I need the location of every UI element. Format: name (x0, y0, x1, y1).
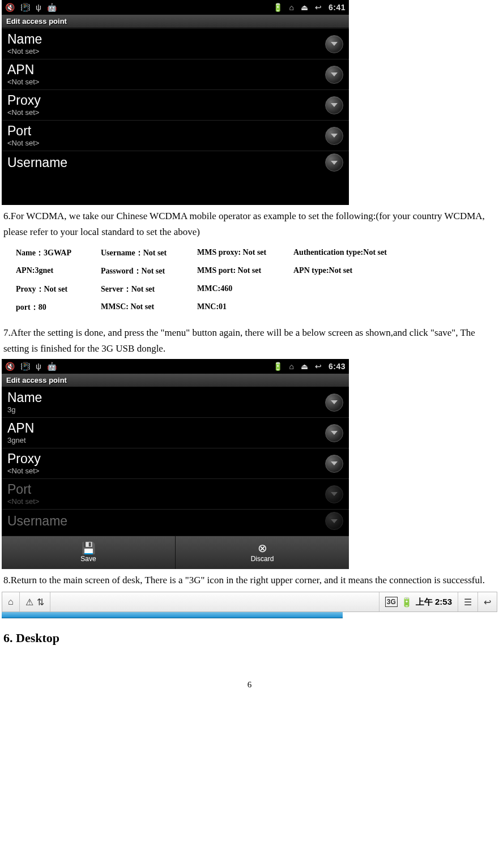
row-label: Proxy (7, 93, 41, 107)
3g-icon: 3G (385, 597, 398, 607)
android-statusbar: 🔇 📳 ψ 🤖 🔋 ⌂ ⏏ ↩ 6:41 (2, 0, 349, 15)
mute-icon: 🔇 (5, 3, 15, 12)
row-label: APN (7, 421, 34, 435)
apn-row-username[interactable]: Username (2, 509, 349, 531)
setting-cell: MMC:460 (197, 284, 293, 294)
eject-icon: ⏏ (301, 3, 308, 12)
apn-row-name[interactable]: Name <Not set> (2, 28, 349, 59)
vibrate-icon: 📳 (20, 3, 30, 12)
setting-cell: Authentication type:Not set (293, 248, 429, 258)
page-number: 6 (0, 680, 499, 690)
apn-row-apn[interactable]: APN <Not set> (2, 59, 349, 89)
setting-cell: MNC:01 (197, 302, 293, 313)
statusbar-time: 6:41 (329, 3, 346, 12)
chevron-down-icon[interactable] (325, 455, 343, 473)
paragraph-step-6: 6.For WCDMA, we take our Chinese WCDMA m… (0, 206, 499, 242)
apn-row-port[interactable]: Port <Not set> (2, 478, 349, 509)
android-icon: 🤖 (47, 3, 57, 12)
notification-area[interactable]: ⚠ ⇅ (20, 592, 50, 612)
chevron-down-icon[interactable] (325, 424, 343, 442)
screenshot-apn-empty: 🔇 📳 ψ 🤖 🔋 ⌂ ⏏ ↩ 6:41 Edit access point N… (2, 0, 349, 205)
usb-icon: ψ (36, 362, 41, 371)
chevron-down-icon[interactable] (325, 66, 343, 84)
android-statusbar: 🔇 📳 ψ 🤖 🔋 ⌂ ⏏ ↩ 6:43 (2, 359, 349, 374)
menu-icon: ☰ (464, 597, 472, 608)
apn-row-name[interactable]: Name 3g (2, 387, 349, 417)
row-value: 3gnet (7, 436, 34, 444)
row-label: Username (7, 514, 67, 528)
back-button[interactable]: ↩ (478, 592, 497, 612)
save-button[interactable]: 💾 Save (2, 536, 176, 569)
chevron-down-icon[interactable] (325, 485, 343, 503)
row-label: Proxy (7, 452, 41, 465)
setting-cell: Proxy：Not set (16, 284, 101, 294)
topbar-spacer (50, 592, 379, 612)
row-value: <Not set> (7, 139, 39, 147)
save-icon: 💾 (82, 542, 96, 554)
battery-icon: 🔋 (401, 597, 412, 608)
discard-icon: ⊗ (258, 542, 267, 554)
chevron-down-icon[interactable] (325, 96, 343, 114)
back-icon: ↩ (315, 3, 322, 12)
row-value: <Not set> (7, 78, 39, 86)
row-label: APN (7, 63, 39, 76)
usb-icon: ψ (36, 3, 41, 12)
row-label: Name (7, 391, 42, 404)
setting-cell: Name：3GWAP (16, 248, 101, 258)
back-icon: ↩ (484, 597, 491, 608)
chevron-down-icon[interactable] (325, 512, 343, 530)
chevron-down-icon[interactable] (325, 153, 343, 172)
setting-cell: MMS port: Not set (197, 266, 293, 276)
setting-cell (293, 302, 429, 313)
menu-button[interactable]: ☰ (458, 592, 478, 612)
statusbar-time: 6:43 (329, 362, 346, 371)
paragraph-step-8: 8.Return to the main screen of desk, The… (0, 570, 499, 591)
row-label: Name (7, 32, 42, 46)
row-value: <Not set> (7, 47, 42, 55)
row-value: <Not set> (7, 108, 41, 117)
paragraph-step-7: 7.After the setting is done, and press t… (0, 323, 499, 359)
chevron-down-icon[interactable] (325, 127, 343, 145)
setting-cell: MMSC: Not set (101, 302, 197, 313)
sync-icon: ⇅ (37, 597, 44, 608)
android-icon: 🤖 (47, 362, 57, 371)
browser-address-bar-fragment (2, 612, 343, 618)
row-value: <Not set> (7, 467, 41, 475)
apn-row-proxy[interactable]: Proxy <Not set> (2, 89, 349, 120)
row-value: 3g (7, 405, 42, 414)
setting-cell (293, 284, 429, 294)
section-heading-desktop: 6. Desktop (3, 631, 496, 645)
status-area[interactable]: 3G 🔋 上午 2:53 (379, 592, 458, 612)
options-menu: 💾 Save ⊗ Discard (2, 536, 349, 569)
warning-icon: ⚠ (25, 597, 33, 608)
home-icon: ⌂ (289, 362, 294, 371)
mute-icon: 🔇 (5, 362, 15, 371)
discard-button[interactable]: ⊗ Discard (176, 536, 349, 569)
apn-row-username[interactable]: Username (2, 151, 349, 173)
row-label: Username (7, 156, 67, 169)
menu-label: Discard (251, 555, 274, 563)
screen-title: Edit access point (2, 15, 349, 28)
topbar-time: 上午 2:53 (416, 597, 452, 608)
setting-cell: Password：Not set (101, 266, 197, 276)
chevron-down-icon[interactable] (325, 35, 343, 53)
home-icon: ⌂ (289, 3, 294, 12)
back-icon: ↩ (315, 362, 322, 371)
screenshot-desktop-topbar: ⌂ ⚠ ⇅ 3G 🔋 上午 2:53 ☰ ↩ (2, 592, 497, 612)
row-label: Port (7, 124, 39, 138)
apn-row-port[interactable]: Port <Not set> (2, 120, 349, 151)
setting-cell: APN type:Not set (293, 266, 429, 276)
screen-title: Edit access point (2, 374, 349, 387)
setting-cell: MMS proxy: Not set (197, 248, 293, 258)
home-button[interactable]: ⌂ (2, 592, 20, 612)
chevron-down-icon[interactable] (325, 394, 343, 412)
apn-row-apn[interactable]: APN 3gnet (2, 417, 349, 448)
setting-cell: Server：Not set (101, 284, 197, 294)
battery-icon: 🔋 (273, 362, 283, 371)
apn-row-proxy[interactable]: Proxy <Not set> (2, 448, 349, 478)
setting-cell: APN:3gnet (16, 266, 101, 276)
battery-icon: 🔋 (273, 3, 283, 12)
setting-cell: port：80 (16, 302, 101, 313)
row-value: <Not set> (7, 497, 39, 506)
vibrate-icon: 📳 (20, 362, 30, 371)
